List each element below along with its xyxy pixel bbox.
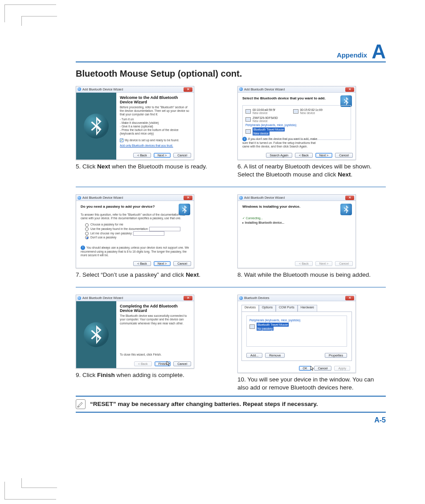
ok-button[interactable]: OK xyxy=(299,366,311,371)
next-button[interactable]: Next > xyxy=(315,153,332,158)
bluetooth-icon xyxy=(84,322,109,347)
device-item[interactable]: Z96F329-9DF5A5DNew device xyxy=(245,116,348,123)
window-title: Add Bluetooth Device Wizard xyxy=(82,296,123,299)
trust-link[interactable]: Add only Bluetooth devices that you trus… xyxy=(120,144,173,148)
step-7: i Add Bluetooth Device Wizard ✕ Do you n… xyxy=(76,194,224,279)
remove-button[interactable]: Remove xyxy=(265,353,285,358)
appendix-letter: A xyxy=(372,43,386,61)
step5-caption: 5. Click Next when the Bluetooth mouse i… xyxy=(76,163,224,171)
info-icon: i xyxy=(81,246,85,250)
cancel-button: Cancel xyxy=(335,261,353,266)
wizard-heading: Windows is installing your device. xyxy=(242,205,351,209)
tab-comports[interactable]: COM Ports xyxy=(276,305,298,312)
page-number: A-5 xyxy=(76,416,386,424)
close-icon[interactable]: ✕ xyxy=(345,296,354,300)
close-icon[interactable]: ✕ xyxy=(345,87,354,92)
close-icon[interactable]: ✕ xyxy=(184,87,192,92)
close-icon[interactable]: ✕ xyxy=(184,296,192,300)
tab-strip: Devices Options COM Ports Hardware xyxy=(241,305,352,312)
ready-checkbox-row[interactable]: My device is set up and ready to be foun… xyxy=(120,139,190,142)
wizard-heading: Welcome to the Add Bluetooth Device Wiza… xyxy=(120,95,190,104)
note-icon xyxy=(76,399,86,409)
wizard-body: Windows is installing your device. ✓ Con… xyxy=(238,201,356,258)
wizard-body: Select the Bluetooth device that you wan… xyxy=(238,93,356,150)
device-list[interactable]: 00:10:60:a8:59:5fNew device 00:15:f2:82:… xyxy=(242,105,351,140)
passkey-input[interactable] xyxy=(133,231,164,236)
radio-icon[interactable] xyxy=(85,232,89,235)
radio-icon[interactable] xyxy=(85,227,89,231)
device-item[interactable]: 00:10:60:a8:59:5fNew device xyxy=(245,108,275,115)
device-item[interactable]: 00:15:f2:82:1c:69New device xyxy=(293,108,323,115)
header-rule: Appendix A xyxy=(76,43,386,62)
tab-options[interactable]: Options xyxy=(259,305,276,312)
back-button[interactable]: < Back xyxy=(133,153,151,158)
bluetooth-icon xyxy=(340,204,352,215)
wizard-button-row: Search Again < Back Next > Cancel xyxy=(266,153,353,158)
cancel-button[interactable]: Cancel xyxy=(173,261,191,266)
back-button[interactable]: < Back xyxy=(295,153,313,158)
device-icon xyxy=(293,109,298,114)
step-9: i Add Bluetooth Device Wizard ✕ Completi… xyxy=(76,295,224,392)
info-icon: i xyxy=(239,296,243,300)
cancel-button[interactable]: Cancel xyxy=(335,153,353,158)
radio-doc[interactable]: Use the passkey found in the documentati… xyxy=(85,227,189,231)
info-icon: i xyxy=(78,87,81,91)
passkey-input[interactable] xyxy=(149,227,180,231)
reset-note: “RESET” may be necessary after changing … xyxy=(76,396,386,413)
device-icon xyxy=(245,117,251,122)
back-button: < Back xyxy=(134,361,152,366)
properties-button[interactable]: Properties xyxy=(325,353,347,358)
next-button[interactable]: Next > xyxy=(154,261,171,266)
step-5: i Add Bluetooth Device Wizard ✕ Welcome … xyxy=(76,86,224,179)
screenshot-step6: i Add Bluetooth Device Wizard ✕ Select t… xyxy=(237,86,356,160)
tab-hardware[interactable]: Hardware xyxy=(298,305,317,312)
device-category: Peripherals (keyboards, mice, joysticks) xyxy=(245,123,348,127)
device-list[interactable]: Peripherals (keyboards, mice, joysticks)… xyxy=(246,316,347,347)
screenshot-step5: i Add Bluetooth Device Wizard ✕ Welcome … xyxy=(76,86,194,160)
search-again-button[interactable]: Search Again xyxy=(266,153,293,158)
radio-icon[interactable] xyxy=(85,236,89,239)
list-item: - Turn it on xyxy=(120,118,190,121)
close-icon[interactable]: ✕ xyxy=(345,196,354,200)
steps-grid: i Add Bluetooth Device Wizard ✕ Welcome … xyxy=(76,86,386,392)
radio-none[interactable]: Don't use a passkey xyxy=(85,236,189,239)
device-item-selected[interactable]: Bluetooth Travel MouseNo passkey xyxy=(249,323,344,331)
radio-choose[interactable]: Choose a passkey for me xyxy=(85,223,189,226)
info-icon: i xyxy=(242,137,247,141)
wizard-button-row: < Back Finish Cancel xyxy=(134,361,191,366)
close-icon[interactable]: ✕ xyxy=(184,196,192,200)
dialog-button-row: OK Cancel Apply xyxy=(299,366,350,371)
window-titlebar: i Add Bluetooth Device Wizard ✕ xyxy=(238,86,356,93)
cancel-button[interactable]: Cancel xyxy=(314,366,332,371)
progress-line: ✓ Connecting... xyxy=(242,217,351,220)
wizard-body: Completing the Add Bluetooth Device Wiza… xyxy=(116,301,194,358)
mouse-icon xyxy=(249,324,255,329)
radio-icon[interactable] xyxy=(85,223,89,227)
bluetooth-icon xyxy=(84,114,109,139)
appendix-label: Appendix xyxy=(337,51,367,59)
window-title: Bluetooth Devices xyxy=(244,296,269,299)
wizard-button-row: < Back Next > Cancel xyxy=(133,153,191,158)
device-category: Peripherals (keyboards, mice, joysticks) xyxy=(249,319,344,322)
wizard-button-row: < Back Next > Cancel xyxy=(295,261,353,266)
add-button[interactable]: Add... xyxy=(246,353,262,358)
step-10: i Bluetooth Devices ✕ Devices Options CO… xyxy=(237,295,386,392)
screenshot-step9: i Add Bluetooth Device Wizard ✕ Completi… xyxy=(76,295,194,369)
next-button[interactable]: Next > xyxy=(154,153,171,158)
device-button-row: Add... Remove Properties xyxy=(246,353,347,358)
info-icon: i xyxy=(239,196,243,200)
cancel-button[interactable]: Cancel xyxy=(173,153,191,158)
checkbox-icon[interactable] xyxy=(120,139,123,142)
info-icon: i xyxy=(78,296,81,300)
screenshot-step7: i Add Bluetooth Device Wizard ✕ Do you n… xyxy=(76,194,194,268)
back-button[interactable]: < Back xyxy=(133,261,151,266)
window-titlebar: i Add Bluetooth Device Wizard ✕ xyxy=(76,295,194,301)
back-button: < Back xyxy=(295,261,313,266)
cancel-button[interactable]: Cancel xyxy=(173,361,191,366)
wizard-button-row: < Back Next > Cancel xyxy=(133,261,191,266)
tab-devices[interactable]: Devices xyxy=(241,305,259,312)
radio-own[interactable]: Let me choose my own passkey: xyxy=(85,231,189,236)
device-item-selected[interactable]: Bluetooth Travel MouseNew device xyxy=(245,127,348,135)
wizard-side-panel xyxy=(76,301,116,368)
step-8: i Add Bluetooth Device Wizard ✕ Windows … xyxy=(237,194,386,279)
